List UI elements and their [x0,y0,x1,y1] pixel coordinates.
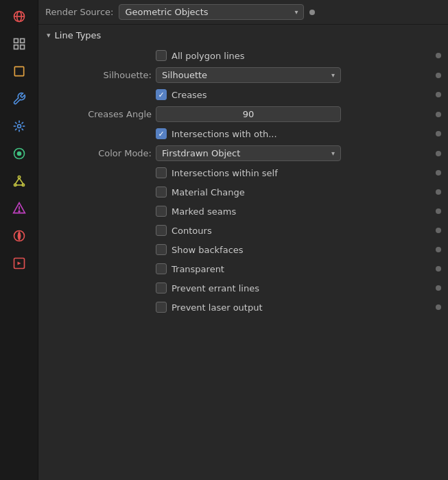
marked-seams-checkbox[interactable] [156,206,167,217]
render-source-label: Render Source: [45,7,113,17]
all-polygon-checkbox[interactable] [156,50,167,61]
intersections-self-checkbox[interactable] [156,167,167,178]
silhouette-arrow: ▾ [331,71,335,79]
color-mode-label-col: Color Mode: [45,148,152,158]
silhouette-row: Silhouette: Silhouette ▾ [38,65,448,85]
color-mode-label: Color Mode: [98,148,152,158]
constraints-icon[interactable] [7,169,32,193]
all-polygon-row: All polygon lines [38,46,448,65]
all-polygon-control: All polygon lines [156,50,432,61]
transparent-label: Transparent [172,264,224,274]
all-polygon-checkbox-wrap[interactable]: All polygon lines [156,50,432,61]
color-mode-arrow: ▾ [331,149,335,157]
svg-line-22 [15,178,19,184]
svg-rect-5 [14,45,18,49]
silhouette-label-col: Silhouette: [45,70,152,80]
svg-rect-4 [20,39,24,43]
intersections-self-dot [436,170,441,176]
prevent-laser-control: Prevent laser output [156,302,432,313]
prevent-errant-checkbox-wrap[interactable]: Prevent errant lines [156,283,432,293]
data-icon[interactable] [7,196,32,221]
render-source-dot [309,10,315,15]
material-change-checkbox[interactable] [156,187,167,197]
modifier-icon[interactable] [7,86,32,111]
material-change-checkbox-wrap[interactable]: Material Change [156,187,432,197]
prevent-laser-checkbox-wrap[interactable]: Prevent laser output [156,302,432,313]
prevent-laser-checkbox[interactable] [156,302,167,313]
silhouette-dot [436,73,441,78]
intersections-oth-control: Intersections with oth... [156,128,432,139]
contours-row: Contours [38,221,448,240]
creases-angle-label: Creases Angle [88,109,152,119]
show-backfaces-row: Show backfaces [38,240,448,259]
contours-dot [436,228,441,233]
show-backfaces-label: Show backfaces [172,245,244,255]
silhouette-label: Silhouette: [104,70,152,80]
all-polygon-label: All polygon lines [172,51,245,61]
transparent-checkbox-wrap[interactable]: Transparent [156,263,432,274]
scene-icon[interactable] [7,32,32,56]
contours-checkbox-wrap[interactable]: Contours [156,225,432,236]
marked-seams-control: Marked seams [156,206,432,217]
svg-line-14 [21,129,23,130]
creases-row: Creases [38,85,448,104]
svg-point-18 [17,152,21,156]
color-mode-control: Firstdrawn Object ▾ [156,145,432,161]
line-types-section[interactable]: ▾ Line Types [38,25,448,46]
silhouette-control: Silhouette ▾ [156,67,432,83]
prevent-errant-label: Prevent errant lines [172,283,259,293]
show-backfaces-control: Show backfaces [156,244,432,255]
marked-seams-label: Marked seams [172,206,236,217]
render-icon[interactable] [7,251,32,276]
svg-point-19 [18,176,20,178]
show-backfaces-dot [436,247,441,252]
show-backfaces-checkbox[interactable] [156,244,167,255]
line-types-title: Line Types [55,30,102,40]
contours-control: Contours [156,225,432,236]
render-source-value: Geometric Objects [125,7,208,17]
creases-angle-row: Creases Angle 90 [38,104,448,124]
intersections-self-checkbox-wrap[interactable]: Intersections within self [156,167,432,178]
silhouette-dropdown[interactable]: Silhouette ▾ [156,67,341,83]
creases-checkbox[interactable] [156,89,167,100]
intersections-oth-row: Intersections with oth... [38,124,448,143]
object-icon[interactable] [7,59,32,84]
transparent-control: Transparent [156,263,432,274]
svg-rect-6 [20,45,24,49]
world-icon[interactable] [7,4,32,29]
marked-seams-dot [436,208,441,214]
intersections-self-label: Intersections within self [172,168,278,178]
svg-rect-7 [14,67,23,75]
show-backfaces-checkbox-wrap[interactable]: Show backfaces [156,244,432,255]
all-polygon-dot [436,53,441,58]
marked-seams-row: Marked seams [38,202,448,221]
prevent-laser-dot [436,304,441,310]
sidebar [0,0,38,480]
creases-label: Creases [172,90,207,100]
intersections-oth-label: Intersections with oth... [172,129,277,139]
color-mode-row: Color Mode: Firstdrawn Object ▾ [38,143,448,163]
silhouette-value: Silhouette [162,70,207,80]
material-icon[interactable] [7,224,32,248]
prevent-errant-checkbox[interactable] [156,283,167,293]
material-change-label: Material Change [172,187,245,197]
creases-angle-input[interactable]: 90 [156,106,341,122]
transparent-dot [436,266,441,272]
intersections-self-control: Intersections within self [156,167,432,178]
material-change-row: Material Change [38,182,448,202]
prevent-errant-dot [436,285,441,291]
physics-icon[interactable] [7,141,32,166]
contours-checkbox[interactable] [156,225,167,236]
intersections-oth-checkbox[interactable] [156,128,167,139]
render-source-dropdown[interactable]: Geometric Objects ▾ [119,4,304,20]
section-collapse-arrow: ▾ [47,31,51,40]
marked-seams-checkbox-wrap[interactable]: Marked seams [156,206,432,217]
creases-checkbox-wrap[interactable]: Creases [156,89,432,100]
color-mode-dropdown[interactable]: Firstdrawn Object ▾ [156,145,341,161]
svg-line-13 [15,122,16,123]
particles-icon[interactable] [7,114,32,139]
prevent-errant-control: Prevent errant lines [156,283,432,293]
intersections-oth-checkbox-wrap[interactable]: Intersections with oth... [156,128,432,139]
transparent-checkbox[interactable] [156,263,167,274]
svg-line-23 [19,178,23,184]
